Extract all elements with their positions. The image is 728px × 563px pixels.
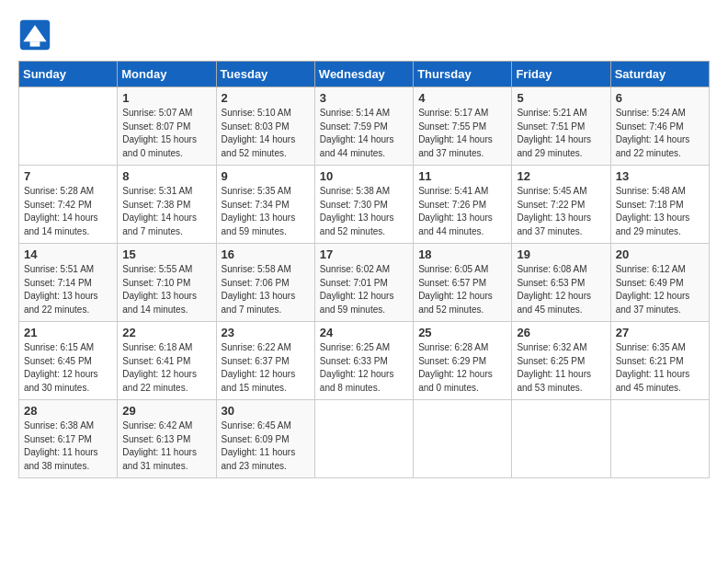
- day-info: Sunrise: 6:25 AMSunset: 6:33 PMDaylight:…: [320, 341, 408, 395]
- day-number: 27: [616, 326, 704, 339]
- day-number: 21: [24, 326, 112, 339]
- day-info: Sunrise: 5:31 AMSunset: 7:38 PMDaylight:…: [122, 185, 210, 238]
- day-number: 7: [24, 169, 112, 183]
- calendar-cell: 27Sunrise: 6:35 AMSunset: 6:21 PMDayligh…: [610, 322, 709, 400]
- week-row-2: 7Sunrise: 5:28 AMSunset: 7:42 PMDaylight…: [19, 166, 710, 244]
- svg-rect-2: [30, 41, 40, 46]
- day-number: 25: [418, 326, 506, 339]
- day-number: 29: [122, 404, 210, 418]
- day-info: Sunrise: 5:58 AMSunset: 7:06 PMDaylight:…: [222, 263, 310, 316]
- day-number: 16: [222, 247, 310, 261]
- day-number: 3: [320, 91, 408, 105]
- calendar-cell: 25Sunrise: 6:28 AMSunset: 6:29 PMDayligh…: [414, 322, 512, 400]
- day-info: Sunrise: 5:07 AMSunset: 8:07 PMDaylight:…: [122, 107, 210, 160]
- day-number: 2: [222, 91, 310, 105]
- calendar-cell: 13Sunrise: 5:48 AMSunset: 7:18 PMDayligh…: [610, 166, 709, 244]
- calendar-table: SundayMondayTuesdayWednesdayThursdayFrid…: [18, 61, 710, 478]
- day-info: Sunrise: 5:14 AMSunset: 7:59 PMDaylight:…: [320, 107, 408, 160]
- day-number: 24: [320, 326, 408, 339]
- day-number: 15: [122, 247, 210, 261]
- day-number: 17: [320, 247, 408, 261]
- calendar-cell: 3Sunrise: 5:14 AMSunset: 7:59 PMDaylight…: [314, 87, 413, 166]
- calendar-cell: 30Sunrise: 6:45 AMSunset: 6:09 PMDayligh…: [216, 400, 314, 478]
- logo: [18, 18, 57, 52]
- day-info: Sunrise: 5:17 AMSunset: 7:55 PMDaylight:…: [418, 107, 506, 160]
- calendar-cell: 12Sunrise: 5:45 AMSunset: 7:22 PMDayligh…: [512, 166, 610, 244]
- day-info: Sunrise: 6:05 AMSunset: 6:57 PMDaylight:…: [418, 263, 506, 316]
- day-number: 18: [418, 247, 506, 261]
- calendar-cell: [19, 87, 118, 166]
- day-info: Sunrise: 6:38 AMSunset: 6:17 PMDaylight:…: [24, 419, 112, 473]
- day-info: Sunrise: 6:45 AMSunset: 6:09 PMDaylight:…: [222, 419, 310, 473]
- day-info: Sunrise: 6:42 AMSunset: 6:13 PMDaylight:…: [122, 419, 210, 473]
- day-info: Sunrise: 6:15 AMSunset: 6:45 PMDaylight:…: [24, 341, 112, 395]
- day-number: 22: [122, 326, 210, 339]
- day-number: 4: [418, 91, 506, 105]
- calendar-cell: 21Sunrise: 6:15 AMSunset: 6:45 PMDayligh…: [19, 322, 118, 400]
- day-number: 13: [616, 169, 704, 183]
- day-info: Sunrise: 5:10 AMSunset: 8:03 PMDaylight:…: [222, 107, 310, 160]
- calendar-cell: 26Sunrise: 6:32 AMSunset: 6:25 PMDayligh…: [512, 322, 610, 400]
- day-number: 30: [222, 404, 310, 418]
- weekday-header-saturday: Saturday: [610, 62, 709, 87]
- calendar-cell: [512, 400, 610, 478]
- day-number: 11: [418, 169, 506, 183]
- day-info: Sunrise: 5:55 AMSunset: 7:10 PMDaylight:…: [122, 263, 210, 316]
- day-number: 10: [320, 169, 408, 183]
- calendar-cell: 20Sunrise: 6:12 AMSunset: 6:49 PMDayligh…: [610, 244, 709, 322]
- week-row-1: 1Sunrise: 5:07 AMSunset: 8:07 PMDaylight…: [19, 87, 710, 166]
- week-row-3: 14Sunrise: 5:51 AMSunset: 7:14 PMDayligh…: [19, 244, 710, 322]
- day-info: Sunrise: 6:32 AMSunset: 6:25 PMDaylight:…: [517, 341, 605, 395]
- calendar-cell: 19Sunrise: 6:08 AMSunset: 6:53 PMDayligh…: [512, 244, 610, 322]
- week-row-5: 28Sunrise: 6:38 AMSunset: 6:17 PMDayligh…: [19, 400, 710, 478]
- day-number: 19: [517, 247, 605, 261]
- day-info: Sunrise: 5:28 AMSunset: 7:42 PMDaylight:…: [24, 185, 112, 238]
- day-info: Sunrise: 5:24 AMSunset: 7:46 PMDaylight:…: [616, 107, 704, 160]
- day-info: Sunrise: 5:41 AMSunset: 7:26 PMDaylight:…: [418, 185, 506, 238]
- day-info: Sunrise: 6:02 AMSunset: 7:01 PMDaylight:…: [320, 263, 408, 316]
- calendar-cell: [610, 400, 709, 478]
- calendar-cell: 8Sunrise: 5:31 AMSunset: 7:38 PMDaylight…: [118, 166, 216, 244]
- day-info: Sunrise: 5:21 AMSunset: 7:51 PMDaylight:…: [517, 107, 605, 160]
- weekday-header-friday: Friday: [512, 62, 610, 87]
- day-info: Sunrise: 6:12 AMSunset: 6:49 PMDaylight:…: [616, 263, 704, 316]
- page-header: [18, 18, 710, 52]
- weekday-header-monday: Monday: [118, 62, 216, 87]
- calendar-cell: [414, 400, 512, 478]
- day-number: 5: [517, 91, 605, 105]
- day-info: Sunrise: 6:22 AMSunset: 6:37 PMDaylight:…: [222, 341, 310, 395]
- day-number: 12: [517, 169, 605, 183]
- day-number: 20: [616, 247, 704, 261]
- day-info: Sunrise: 6:18 AMSunset: 6:41 PMDaylight:…: [122, 341, 210, 395]
- day-number: 23: [222, 326, 310, 339]
- weekday-header-tuesday: Tuesday: [216, 62, 314, 87]
- weekday-header-thursday: Thursday: [414, 62, 512, 87]
- day-info: Sunrise: 5:48 AMSunset: 7:18 PMDaylight:…: [616, 185, 704, 238]
- calendar-cell: 29Sunrise: 6:42 AMSunset: 6:13 PMDayligh…: [118, 400, 216, 478]
- calendar-cell: [314, 400, 413, 478]
- calendar-cell: 28Sunrise: 6:38 AMSunset: 6:17 PMDayligh…: [19, 400, 118, 478]
- day-number: 8: [122, 169, 210, 183]
- calendar-cell: 14Sunrise: 5:51 AMSunset: 7:14 PMDayligh…: [19, 244, 118, 322]
- day-number: 28: [24, 404, 112, 418]
- day-number: 1: [122, 91, 210, 105]
- calendar-cell: 9Sunrise: 5:35 AMSunset: 7:34 PMDaylight…: [216, 166, 314, 244]
- calendar-cell: 4Sunrise: 5:17 AMSunset: 7:55 PMDaylight…: [414, 87, 512, 166]
- weekday-header-sunday: Sunday: [19, 62, 118, 87]
- day-info: Sunrise: 6:35 AMSunset: 6:21 PMDaylight:…: [616, 341, 704, 395]
- calendar-cell: 11Sunrise: 5:41 AMSunset: 7:26 PMDayligh…: [414, 166, 512, 244]
- week-row-4: 21Sunrise: 6:15 AMSunset: 6:45 PMDayligh…: [19, 322, 710, 400]
- weekday-header-row: SundayMondayTuesdayWednesdayThursdayFrid…: [19, 62, 710, 87]
- day-info: Sunrise: 6:28 AMSunset: 6:29 PMDaylight:…: [418, 341, 506, 395]
- day-number: 6: [616, 91, 704, 105]
- day-info: Sunrise: 5:45 AMSunset: 7:22 PMDaylight:…: [517, 185, 605, 238]
- calendar-cell: 18Sunrise: 6:05 AMSunset: 6:57 PMDayligh…: [414, 244, 512, 322]
- calendar-cell: 23Sunrise: 6:22 AMSunset: 6:37 PMDayligh…: [216, 322, 314, 400]
- weekday-header-wednesday: Wednesday: [314, 62, 413, 87]
- calendar-cell: 5Sunrise: 5:21 AMSunset: 7:51 PMDaylight…: [512, 87, 610, 166]
- day-number: 9: [222, 169, 310, 183]
- day-number: 26: [517, 326, 605, 339]
- day-number: 14: [24, 247, 112, 261]
- day-info: Sunrise: 5:35 AMSunset: 7:34 PMDaylight:…: [222, 185, 310, 238]
- calendar-cell: 2Sunrise: 5:10 AMSunset: 8:03 PMDaylight…: [216, 87, 314, 166]
